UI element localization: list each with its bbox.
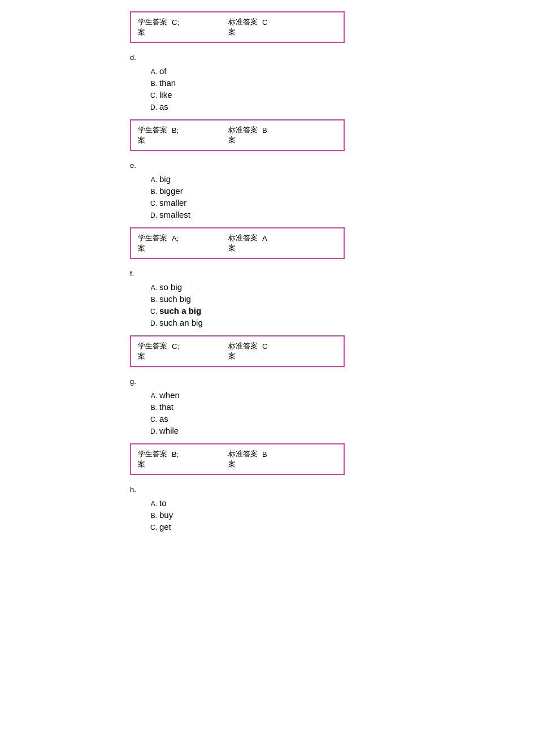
student-answer-section-e: 学生答案 A; 案 xyxy=(138,233,228,253)
answer-box-f: 学生答案 C; 案 标准答案 C 案 xyxy=(130,335,345,367)
option-d-c: C. like xyxy=(147,90,367,100)
option-f-b: B. such big xyxy=(147,294,367,304)
section-e: e. A. big B. bigger C. smaller D. smalle… xyxy=(130,161,367,259)
option-e-c: C. smaller xyxy=(147,198,367,208)
standard-answer-section-f: 标准答案 C 案 xyxy=(228,341,296,361)
student-answer-section-g: 学生答案 B; 案 xyxy=(138,449,228,469)
student-answer-label-top: 学生答案 xyxy=(138,17,167,27)
question-label-f: f. xyxy=(130,269,367,278)
student-answer-value-top: C; xyxy=(172,17,179,27)
options-list-h: A. to B. buy C. get xyxy=(147,498,367,532)
answer-box-d: 学生答案 B; 案 标准答案 B 案 xyxy=(130,119,345,151)
option-e-b: B. bigger xyxy=(147,186,367,196)
section-f: f. A. so big B. such big C. such a big D… xyxy=(130,269,367,367)
option-d-b: B. than xyxy=(147,78,367,88)
option-f-c: C. such a big xyxy=(147,306,367,316)
section-g: g. A. when B. that C. as D. while 学生答案 xyxy=(130,377,367,475)
section-h: h. A. to B. buy C. get xyxy=(130,485,367,532)
standard-answer-label-top: 标准答案 xyxy=(228,17,258,27)
option-g-d: D. while xyxy=(147,426,367,435)
standard-answer-section-d: 标准答案 B 案 xyxy=(228,125,296,145)
option-d-d: D. as xyxy=(147,102,367,111)
options-list-e: A. big B. bigger C. smaller D. smallest xyxy=(147,174,367,219)
option-g-a: A. when xyxy=(147,390,367,400)
answer-box-e: 学生答案 A; 案 标准答案 A 案 xyxy=(130,227,345,259)
answer-box-g: 学生答案 B; 案 标准答案 B 案 xyxy=(130,443,345,475)
page-content: 学生答案 C; 案 标准答案 C 案 d. A. of B. than xyxy=(130,11,367,532)
options-list-d: A. of B. than C. like D. as xyxy=(147,66,367,111)
options-list-f: A. so big B. such big C. such a big D. s… xyxy=(147,282,367,327)
question-label-h: h. xyxy=(130,485,367,494)
option-e-a: A. big xyxy=(147,174,367,184)
question-label-d: d. xyxy=(130,53,367,62)
question-label-e: e. xyxy=(130,161,367,170)
question-label-g: g. xyxy=(130,377,367,386)
section-d: d. A. of B. than C. like D. as 学生答案 xyxy=(130,53,367,151)
option-g-b: B. that xyxy=(147,402,367,412)
option-e-d: D. smallest xyxy=(147,210,367,219)
option-h-b: B. buy xyxy=(147,510,367,520)
option-g-c: C. as xyxy=(147,414,367,424)
student-answer-section-d: 学生答案 B; 案 xyxy=(138,125,228,145)
option-f-a: A. so big xyxy=(147,282,367,292)
option-f-d: D. such an big xyxy=(147,318,367,327)
student-answer-section-f: 学生答案 C; 案 xyxy=(138,341,228,361)
standard-answer-section-g: 标准答案 B 案 xyxy=(228,449,296,469)
option-h-c: C. get xyxy=(147,522,367,532)
top-answer-box: 学生答案 C; 案 标准答案 C 案 xyxy=(130,11,345,43)
standard-answer-section-top: 标准答案 C 案 xyxy=(228,17,296,37)
option-d-a: A. of xyxy=(147,66,367,76)
standard-answer-section-e: 标准答案 A 案 xyxy=(228,233,296,253)
student-answer-section-top: 学生答案 C; 案 xyxy=(138,17,228,37)
options-list-g: A. when B. that C. as D. while xyxy=(147,390,367,435)
standard-answer-value-top: C xyxy=(262,17,267,27)
option-h-a: A. to xyxy=(147,498,367,508)
